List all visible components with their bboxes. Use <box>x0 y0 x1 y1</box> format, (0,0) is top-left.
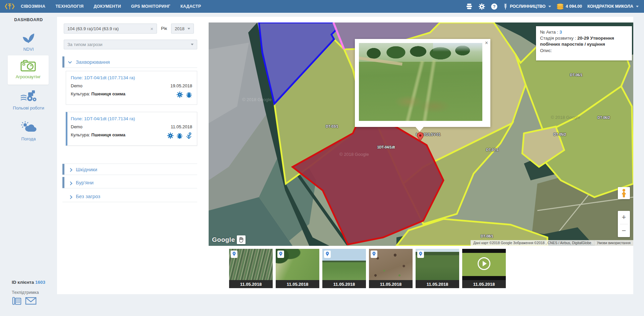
scouting-card[interactable]: Поле: 1DT-04/1dt (107.7134 га) Demo 19.0… <box>66 71 197 105</box>
nav-gps-monitoring[interactable]: GPS МОНІТОРИНГ <box>131 4 170 9</box>
phone-icon[interactable] <box>12 297 22 307</box>
chevron-right-icon <box>68 181 72 185</box>
threat-type-select[interactable]: За типом загрози <box>64 40 197 49</box>
field-link[interactable]: Поле: 1DT-04/1dt (107.7134 га) <box>71 75 192 80</box>
scout-date: 19.05.2018 <box>170 83 192 88</box>
user-menu[interactable]: КОНДРАТЮК МИКОЛА <box>587 4 639 9</box>
scout-name: Demo <box>71 124 83 129</box>
photo-thumbnail[interactable]: 11.05.2018 <box>276 249 319 288</box>
dashboard-title: DASHBOARD <box>0 17 57 22</box>
pan-hand-control[interactable] <box>237 235 246 244</box>
scouting-photo[interactable] <box>359 43 482 121</box>
photo-popup: × <box>355 39 490 127</box>
year-select[interactable]: 2018 <box>171 24 194 34</box>
help-icon[interactable]: ? <box>491 3 498 10</box>
sidebar-item-label: Агроскаутінг <box>8 74 49 79</box>
year-value: 2018 <box>175 26 184 31</box>
accordion-disease[interactable]: Захворювання <box>62 56 197 68</box>
pin-icon <box>417 132 424 143</box>
accordion-pests[interactable]: Шкідники <box>62 164 197 175</box>
photo-sky <box>433 43 482 52</box>
act-number-label: № Акта : <box>540 30 558 35</box>
support-contacts <box>12 297 37 307</box>
settings-gear-icon[interactable] <box>478 3 485 10</box>
accordion-no-threat[interactable]: Без загроз <box>62 191 197 202</box>
map-watermark: © 2018 Google <box>242 97 272 102</box>
print-stack-icon[interactable] <box>466 3 473 10</box>
zoom-out-button[interactable]: − <box>618 224 630 237</box>
svg-text:?: ? <box>493 4 495 9</box>
accordion-indicator <box>62 56 64 67</box>
virus-icon <box>176 91 183 98</box>
clear-search-icon[interactable]: × <box>150 26 153 32</box>
zoom-in-button[interactable]: + <box>618 211 630 224</box>
nav-crop-rotation[interactable]: СІВОЗМІНА <box>21 4 45 9</box>
field-label: DT-03/1 <box>326 124 338 128</box>
act-number-value[interactable]: 3 <box>559 30 562 35</box>
client-id-value[interactable]: 1603 <box>35 280 45 285</box>
chevron-right-icon <box>68 168 72 172</box>
scouting-card-selected[interactable]: Поле: 1DT-04/1dt (107.7134 га) Demo 11.0… <box>66 112 197 146</box>
field-search-input[interactable]: 104 (63.9 га)/104 (63.9 га) × <box>64 24 157 34</box>
field-link[interactable]: Поле: 1DT-04/1dt (107.7134 га) <box>71 116 192 121</box>
google-logo[interactable]: Google <box>212 236 235 243</box>
thumbnail-date: 11.05.2018 <box>416 280 459 288</box>
map-marker-pin[interactable] <box>417 132 424 144</box>
select-caret-icon <box>191 44 194 45</box>
balance-display[interactable]: 4 094.00 <box>556 3 582 10</box>
field-label: DT-05/2 <box>553 132 566 136</box>
client-id: ID клієнта 1603 <box>12 280 45 285</box>
sidebar-item-field-works[interactable]: Польові роботи <box>0 89 57 110</box>
pegman-control[interactable] <box>618 187 630 199</box>
close-icon[interactable]: × <box>485 40 488 46</box>
sidebar-item-label: NDVI <box>0 47 57 52</box>
map-watermark: © 2018 Google <box>339 152 369 157</box>
nav-documents[interactable]: ДОКУМЕНТИ <box>94 4 121 9</box>
wheat-icon <box>503 3 508 10</box>
department-selector[interactable]: РОСЛИННИЦТВО <box>503 3 551 10</box>
field-label: 1DT-04/1dt <box>377 145 395 149</box>
field-label: DT-07/1 <box>486 148 498 152</box>
sidebar: DASHBOARD NDVI Агроскаутінг Польові робо… <box>0 13 57 316</box>
photo-thumbnail-strip: 11.05.2018 11.05.2018 11.05.2018 11.05.2… <box>229 249 506 288</box>
nav-cadastre[interactable]: КАДАСТР <box>180 4 201 9</box>
scout-name: Demo <box>71 83 83 88</box>
nav-technology[interactable]: ТЕХНОЛОГІЯ <box>55 4 84 9</box>
sidebar-item-agroscouting[interactable]: Агроскаутінг <box>8 55 49 85</box>
accordion-disease-label: Захворювання <box>76 59 110 65</box>
scout-date: 11.05.2018 <box>171 124 192 129</box>
play-icon[interactable] <box>478 257 490 270</box>
culture-value: Пшениця озима <box>91 132 125 139</box>
video-thumbnail[interactable]: 11.05.2018 <box>462 249 506 288</box>
photo-thumbnail[interactable]: 11.05.2018 <box>322 249 366 288</box>
hand-icon <box>238 237 244 243</box>
accordion-weeds[interactable]: Бур'яни <box>62 177 197 188</box>
map-attribution: Дані карт ©2018 Google Зображення ©2018 … <box>471 240 633 246</box>
wheat-logo-icon <box>5 2 15 10</box>
email-icon[interactable] <box>25 297 37 307</box>
satellite-map[interactable]: © 2018 Google © 2018 Google © 2018 Googl… <box>209 22 633 246</box>
stage-label: Стадія розвитку : <box>540 36 576 41</box>
sidebar-item-weather[interactable]: Погода <box>0 121 57 141</box>
accordion-no-threat-label: Без загроз <box>76 193 100 199</box>
photo-thumbnail[interactable]: 11.05.2018 <box>416 249 459 288</box>
sidebar-item-ndvi[interactable]: NDVI <box>0 32 57 52</box>
main-nav: СІВОЗМІНА ТЕХНОЛОГІЯ ДОКУМЕНТИ GPS МОНІТ… <box>21 4 201 9</box>
year-label: Рік <box>161 26 167 31</box>
app-logo[interactable] <box>5 2 15 10</box>
camera-icon <box>20 59 36 72</box>
photo-thumbnail[interactable]: 11.05.2018 <box>369 249 413 288</box>
field-label: DT-08/1 <box>481 234 493 238</box>
select-caret-icon <box>187 28 190 30</box>
thumbnail-date: 11.05.2018 <box>462 280 506 288</box>
photo-thumbnail[interactable]: 11.05.2018 <box>229 249 273 288</box>
user-name: КОНДРАТЮК МИКОЛА <box>587 4 633 9</box>
culture-value: Пшениця озима <box>91 91 125 98</box>
geo-pin-badge <box>371 251 377 258</box>
photo-patch <box>379 87 453 117</box>
pegman-icon <box>621 189 627 197</box>
chevron-down-icon <box>548 6 551 7</box>
top-navigation-bar: СІВОЗМІНА ТЕХНОЛОГІЯ ДОКУМЕНТИ GPS МОНІТ… <box>0 0 644 13</box>
attribution-text: Дані карт ©2018 Google Зображення ©2018 … <box>471 240 594 246</box>
terms-link[interactable]: Умови використання <box>594 240 633 246</box>
